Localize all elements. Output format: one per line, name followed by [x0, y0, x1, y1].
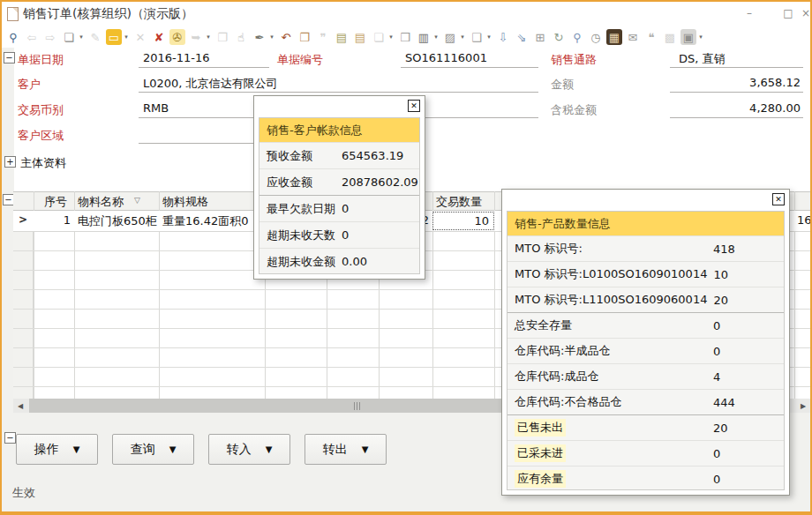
sales-order-window: 销售订单(核算组织)（演示版） – □ × ⚲ ⇦ ⇨ ❏ ▾ [0, 0, 812, 515]
clipboard-icon[interactable]: ▤ [352, 28, 368, 46]
status-text: 生效 [12, 485, 35, 501]
collapse-actions-toggle[interactable]: − [4, 432, 16, 444]
forward-icon[interactable]: ⇨ [42, 28, 58, 46]
push-down-icon[interactable]: ⇩ [495, 28, 511, 46]
undo-icon[interactable]: ↶ [278, 28, 294, 46]
doc-no-field[interactable]: SO161116001 [405, 51, 487, 64]
popup-row-value: 20 [713, 422, 728, 435]
refresh-icon[interactable]: ↻ [551, 28, 567, 46]
attachment-icon[interactable]: ✇ [169, 28, 185, 46]
preview-document-icon[interactable]: ⚲ [5, 28, 21, 46]
popup-row-label: 仓库代码:半成品仓 [515, 343, 610, 359]
delete-document-icon[interactable]: ✘ [151, 28, 167, 46]
dropdown-caret-icon[interactable]: ▾ [268, 34, 275, 41]
audit-notes-icon[interactable]: ▤ [334, 28, 350, 46]
copy-document-icon[interactable]: ❐ [214, 28, 230, 46]
comment-icon[interactable]: ❞ [315, 28, 331, 46]
title-bar: 销售订单(核算组织)（演示版） – □ × [2, 2, 810, 26]
doc-no-label: 单据编号 [277, 52, 323, 68]
chevron-down-icon: ▼ [73, 444, 80, 454]
popup-row-label: 应收金额 [267, 175, 312, 190]
column-header-material-name[interactable]: 物料名称 [78, 194, 124, 210]
tax-amount-label: 含税金额 [551, 102, 597, 118]
selected-qty-cell[interactable]: 10 [432, 212, 494, 230]
popup-row: 预收金额 654563.19 [259, 142, 419, 168]
calculator-icon[interactable]: ▦ [606, 28, 622, 46]
history-icon[interactable]: ◷ [588, 28, 604, 46]
main-data-section-label: 主体资料 [20, 155, 66, 171]
column-header-qty[interactable]: 交易数量 [436, 194, 482, 210]
cell-material-spec[interactable]: 重量16.42面积0 [162, 213, 249, 229]
chat-icon[interactable]: ❝ [643, 28, 659, 46]
verify-document-icon[interactable]: ❒ [397, 28, 413, 46]
cell-material-name[interactable]: 电控门板650柜 [78, 213, 157, 229]
popup-row: MTO 标识号:L1100SO1609060014 20 [508, 287, 784, 312]
dropdown-caret-icon[interactable]: ▾ [205, 34, 212, 41]
cell-partial-right[interactable]: 16 [797, 213, 812, 227]
action-button-label: 转入 [227, 442, 252, 458]
redo-document-icon[interactable]: ❐ [297, 28, 312, 46]
current-row-indicator: > [13, 213, 33, 226]
action-button[interactable]: 转出 ▼ [304, 434, 387, 465]
popup-row: 最早欠款日期 0 [259, 195, 419, 221]
action-button[interactable]: 操作 ▼ [16, 434, 98, 465]
scroll-right-icon[interactable]: ▶ [796, 399, 810, 413]
column-settings-icon[interactable]: ▥ ▾ [416, 28, 440, 46]
translate-icon[interactable]: ▩ [662, 28, 678, 46]
window-title: 销售订单(核算组织)（演示版） [23, 6, 193, 22]
popup-row-value: 0.00 [342, 255, 367, 268]
customer-field[interactable]: L0200, 北京信达有限公司 [143, 76, 278, 92]
close-button[interactable]: × [798, 5, 812, 21]
new-document-icon[interactable]: ❏ ▾ [61, 28, 85, 46]
transfer-document-icon[interactable]: ❏ ▾ [371, 28, 395, 46]
send-back-icon[interactable]: ➥ ▾ [188, 28, 212, 46]
field-underline [670, 92, 803, 93]
picture-icon[interactable]: ▨ ▾ [442, 28, 466, 46]
dropdown-caret-icon[interactable]: ▾ [387, 34, 395, 41]
submit-icon[interactable]: ☝ [233, 28, 249, 46]
org-tree-icon[interactable]: ⊞ [532, 28, 548, 46]
push-next-icon[interactable]: ⇘ [514, 28, 530, 46]
popup-title: 销售-产品数量信息 [508, 212, 784, 235]
doc-date-field[interactable]: 2016-11-16 [143, 51, 210, 64]
dropdown-caret-icon[interactable]: ▾ [697, 34, 704, 41]
amount-value: 3,658.12 [670, 76, 801, 89]
find-person-icon[interactable]: ⚲ [569, 28, 585, 46]
action-button[interactable]: 查询 ▼ [112, 434, 194, 465]
popup-row: 仓库代码:成品仓 4 [508, 363, 784, 389]
dropdown-caret-icon[interactable]: ▾ [485, 34, 492, 41]
action-button[interactable]: 转入 ▼ [208, 434, 290, 465]
minimize-button[interactable]: – [741, 5, 757, 21]
dropdown-caret-icon[interactable]: ▾ [78, 34, 85, 41]
dropdown-caret-icon[interactable]: ▾ [432, 34, 440, 41]
edit-icon[interactable]: ✎ [87, 28, 103, 46]
collapse-header-toggle[interactable]: − [4, 52, 15, 63]
dropdown-caret-icon[interactable]: ▾ [459, 34, 466, 41]
popup-row-value: 10 [713, 268, 728, 281]
popup-row-label: 超期未收天数 [267, 228, 335, 243]
column-header-material-spec[interactable]: 物料规格 [162, 194, 208, 210]
copy-sheet-icon[interactable]: ❑ ▾ [469, 28, 492, 46]
delete-icon[interactable]: ✕ [132, 28, 148, 46]
popup-row: 应有余量 0 [508, 466, 784, 490]
popup-row-value: 4 [713, 370, 720, 384]
popup-row-value: 0 [713, 345, 720, 358]
mail-icon[interactable]: ✉ [625, 28, 641, 46]
field-underline [401, 67, 538, 68]
dropdown-caret-icon[interactable]: ▾ [123, 34, 130, 41]
back-icon[interactable]: ⇦ [24, 28, 40, 46]
im-icon[interactable]: ▣ ▾ [680, 28, 704, 46]
close-icon[interactable]: ✕ [408, 100, 420, 112]
column-header-seq[interactable]: 序号 [44, 194, 67, 210]
sales-channel-field[interactable]: DS, 直销 [679, 51, 726, 67]
popup-row-label: 超期未收金额 [267, 254, 335, 270]
save-icon[interactable]: ▭ ▾ [106, 28, 130, 46]
stamp-icon[interactable]: ✒ ▾ [252, 28, 275, 46]
scroll-left-icon[interactable]: ◀ [13, 399, 27, 413]
currency-field[interactable]: RMB [143, 101, 169, 115]
close-icon[interactable]: ✕ [772, 193, 785, 205]
maximize-button[interactable]: □ [780, 5, 796, 21]
cell-seq[interactable]: 1 [34, 213, 71, 227]
filter-icon[interactable]: ▽ [134, 196, 140, 205]
expand-main-data-toggle[interactable]: + [4, 156, 16, 168]
